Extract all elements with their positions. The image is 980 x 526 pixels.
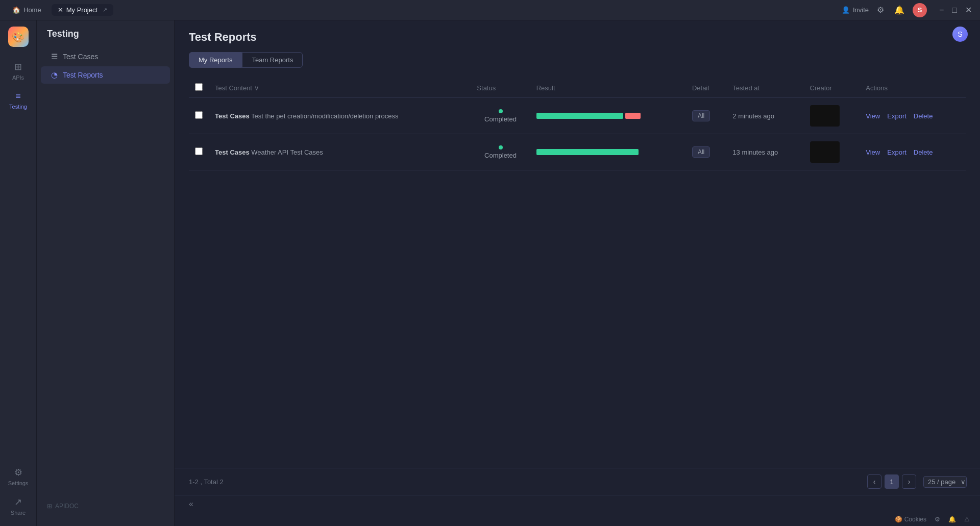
test-reports-icon: ◔ (51, 70, 58, 80)
settings-icon-button[interactable]: ⚙ (875, 4, 886, 16)
row2-actions: View Export Delete (860, 134, 966, 170)
bottom-bar: 🍪 Cookies ⚙ 🔔 ⚠ (175, 513, 980, 526)
row1-test-content: Test Cases Test the pet creation/modific… (209, 98, 471, 134)
nav-sidebar-footer: ⊞ APIDOC (37, 494, 174, 518)
col-creator: Creator (804, 78, 860, 98)
tabs-row: My Reports Team Reports (189, 52, 966, 68)
col-detail: Detail (686, 78, 726, 98)
icon-sidebar: 🎨 ⊞ APIs ≡ Testing ⚙ Settings ↗ Share (0, 20, 37, 526)
user-plus-icon: 👤 (842, 6, 850, 14)
home-icon: 🏠 (12, 6, 20, 14)
nav-item-test-reports[interactable]: ◔ Test Reports (41, 66, 170, 84)
pagination-page-1[interactable]: 1 (885, 474, 899, 489)
content-header: Test Reports My Reports Team Reports (175, 20, 980, 68)
col-tested-at: Tested at (726, 78, 803, 98)
row2-tested-at: 13 minutes ago (726, 134, 803, 170)
cookies-link[interactable]: 🍪 Cookies (895, 516, 926, 523)
row1-status: Completed (471, 98, 530, 134)
select-all-checkbox[interactable] (195, 83, 203, 91)
result-bar-red (625, 113, 641, 119)
col-actions: Actions (860, 78, 966, 98)
per-page-select[interactable]: 25 / page (923, 476, 967, 488)
share-icon: ↗ (14, 496, 22, 508)
collapse-sidebar-button[interactable]: « (175, 495, 980, 513)
row1-detail: All (686, 98, 726, 134)
tab-my-reports[interactable]: My Reports (189, 52, 242, 68)
apis-icon: ⊞ (14, 61, 22, 72)
col-result: Result (530, 78, 686, 98)
close-button[interactable]: ✕ (963, 4, 974, 16)
maximize-button[interactable]: □ (950, 4, 959, 16)
col-test-content: Test Content ∨ (209, 78, 471, 98)
status-dot-green (499, 109, 503, 113)
notifications-icon-button[interactable]: 🔔 (892, 4, 906, 16)
pagination-info: 1-2 , Total 2 (189, 478, 224, 486)
row2-detail: All (686, 134, 726, 170)
row2-detail-button[interactable]: All (692, 146, 710, 158)
sidebar-item-settings[interactable]: ⚙ Settings (3, 463, 34, 490)
row1-checkbox[interactable] (195, 111, 203, 119)
sidebar-item-apis[interactable]: ⊞ APIs (3, 57, 34, 85)
nav-item-test-cases[interactable]: ☰ Test Cases (41, 48, 170, 65)
reports-table: Test Content ∨ Status Result Detail Test… (189, 78, 966, 170)
icon-sidebar-bottom: ⚙ Settings ↗ Share (3, 463, 34, 520)
col-status: Status (471, 78, 530, 98)
sort-icon: ∨ (254, 84, 259, 92)
invite-button[interactable]: 👤 Invite (842, 6, 869, 14)
pagination-controls: ‹ 1 › 25 / page ∨ (867, 474, 966, 489)
row2-status: Completed (471, 134, 530, 170)
row2-result (530, 134, 686, 170)
result-bar-green-2 (536, 149, 639, 155)
row1-tested-at: 2 minutes ago (726, 98, 803, 134)
notification-bottom-icon[interactable]: 🔔 (948, 516, 956, 523)
app-logo: 🎨 (8, 27, 29, 47)
bell-bottom-icon: 🔔 (948, 516, 956, 523)
nav-sidebar: Testing ☰ Test Cases ◔ Test Reports ⊞ AP… (37, 20, 175, 526)
minimize-button[interactable]: − (937, 4, 946, 16)
tab-team-reports[interactable]: Team Reports (242, 52, 303, 68)
cookie-icon: 🍪 (895, 516, 902, 523)
title-bar: 🏠 Home ✕ My Project ↗ 👤 Invite ⚙ 🔔 S − □… (0, 0, 980, 20)
row1-export-link[interactable]: Export (887, 112, 906, 120)
row2-test-content: Test Cases Weather API Test Cases (209, 134, 471, 170)
home-tab[interactable]: 🏠 Home (6, 4, 47, 16)
row2-creator (804, 134, 860, 170)
sidebar-item-share[interactable]: ↗ Share (3, 492, 34, 520)
row1-view-link[interactable]: View (866, 112, 880, 120)
testing-icon: ≡ (15, 91, 21, 102)
pagination-next-button[interactable]: › (902, 474, 916, 489)
row1-checkbox-cell (189, 98, 209, 134)
sidebar-item-testing[interactable]: ≡ Testing (3, 87, 34, 114)
nav-sidebar-title: Testing (37, 29, 174, 47)
project-tab[interactable]: ✕ My Project ↗ (52, 4, 113, 16)
row1-delete-link[interactable]: Delete (914, 112, 933, 120)
pagination-row: 1-2 , Total 2 ‹ 1 › 25 / page ∨ (175, 468, 980, 495)
row2-view-link[interactable]: View (866, 148, 880, 156)
creator-thumbnail (810, 105, 840, 127)
row2-checkbox[interactable] (195, 147, 203, 155)
title-bar-right: 👤 Invite ⚙ 🔔 S − □ ✕ (842, 3, 974, 17)
window-controls: − □ ✕ (937, 4, 974, 16)
right-side-avatar[interactable]: S (952, 27, 968, 42)
row2-export-link[interactable]: Export (887, 148, 906, 156)
row1-creator (804, 98, 860, 134)
result-bar-green (536, 113, 623, 119)
select-all-header (189, 78, 209, 98)
creator-thumbnail-2 (810, 141, 840, 163)
user-avatar[interactable]: S (913, 3, 927, 17)
settings-bottom-icon[interactable]: ⚙ (935, 516, 940, 523)
row2-checkbox-cell (189, 134, 209, 170)
row1-detail-button[interactable]: All (692, 110, 710, 121)
row1-result (530, 98, 686, 134)
row1-actions: View Export Delete (860, 98, 966, 134)
status-dot-green-2 (499, 145, 503, 149)
table-container: Test Content ∨ Status Result Detail Test… (175, 68, 980, 468)
settings-bottom-icon-shape: ⚙ (935, 516, 940, 523)
warning-bottom-icon[interactable]: ⚠ (964, 516, 970, 523)
test-cases-icon: ☰ (51, 52, 58, 61)
apidoc-logo-icon: ⊞ (47, 503, 52, 510)
pagination-prev-button[interactable]: ‹ (867, 474, 881, 489)
settings-icon: ⚙ (14, 467, 22, 478)
row2-delete-link[interactable]: Delete (914, 148, 933, 156)
tab-close-button[interactable]: ↗ (103, 7, 107, 13)
